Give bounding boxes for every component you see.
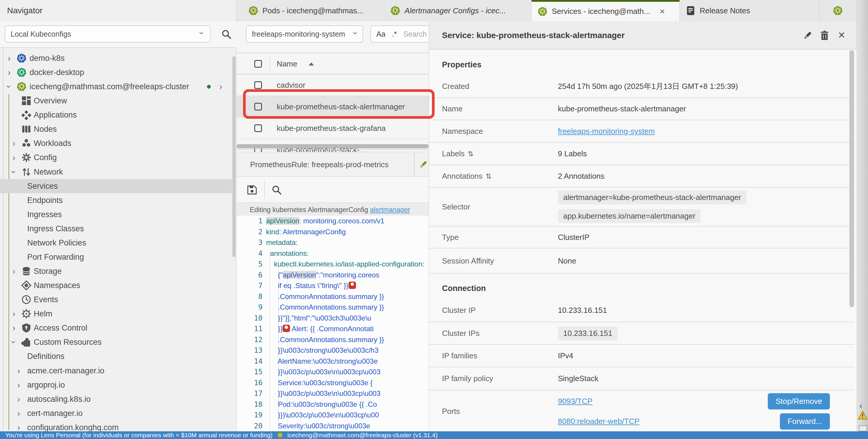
code-text: .CommonAnnotations.summary }}: [266, 334, 384, 345]
tab-alertmanager-configs-icec[interactable]: Alertmanager Configs - icec...: [384, 0, 532, 21]
sidebar-item-network-policies[interactable]: Network Policies: [0, 236, 232, 250]
sort-toggle-icon[interactable]: ⇅: [486, 172, 491, 180]
alertmanager-link[interactable]: alertmanager: [370, 206, 410, 213]
tab-pods-icecheng-mathmas[interactable]: Pods - icecheng@mathmas...: [242, 0, 384, 21]
sidebar-item-configuration-konghq-com[interactable]: ›configuration.konghq.com: [0, 420, 232, 431]
kubernetes-icon: [277, 432, 283, 438]
code-line: 9 .CommonAnnotations.summary }}: [237, 302, 429, 313]
code-token: }}"}],"html":"\u003ch3\u003e\u: [266, 314, 371, 322]
editor-toolbar: [237, 177, 429, 203]
line-number: 8: [237, 291, 262, 302]
trash-icon[interactable]: [819, 30, 830, 41]
sidebar-item-services[interactable]: Services: [0, 179, 232, 193]
tab-label: Alertmanager Configs - icec...: [404, 6, 505, 15]
property-row-namespace: Namespacefreeleaps-monitoring-system: [429, 120, 855, 143]
row-checkbox[interactable]: [254, 124, 262, 132]
yaml-editor[interactable]: 1apiVersion: monitoring.coreos.com/v12ki…: [237, 216, 429, 431]
forward--button[interactable]: Forward...: [780, 413, 830, 430]
code-text: kind: AlertmanagerConfig: [266, 227, 346, 238]
port-link[interactable]: 9093/TCP: [558, 397, 592, 406]
sidebar-item-acme-cert-manager-io[interactable]: ›acme.cert-manager.io: [0, 364, 232, 378]
editing-label: Editing kubernetes AlertmanagerConfig: [250, 206, 370, 213]
navigator-sidebar: Navigator Local Kubeconfigs › ›demo-k8s›…: [0, 0, 237, 431]
regex-toggle[interactable]: .*: [392, 30, 397, 38]
sidebar-item-custom-resources[interactable]: ›Custom Resources: [0, 335, 232, 349]
details-scrollbar[interactable]: [849, 50, 854, 307]
edit-pencil-icon[interactable]: [418, 160, 428, 170]
table-row[interactable]: kube-prometheus-stack-grafana: [237, 117, 429, 139]
code-token: }}\u003c/p\u003e\n\u003cp\u003: [266, 368, 380, 376]
status-bar: You're using Lens Personal (for individu…: [0, 431, 868, 439]
port-link[interactable]: 8080:reloader-web/TCP: [558, 417, 640, 426]
sidebar-item-workloads[interactable]: ›Workloads: [0, 136, 232, 150]
sort-toggle-icon[interactable]: ⇅: [468, 150, 474, 158]
sidebar-item-applications[interactable]: Applications: [0, 108, 232, 122]
tab-release-notes[interactable]: Release Notes: [680, 0, 819, 21]
sidebar-item-helm[interactable]: ›Helm: [0, 307, 232, 321]
select-all-checkbox[interactable]: [254, 60, 262, 68]
stop-remove-button[interactable]: Stop/Remove: [768, 393, 830, 409]
sidebar-item-access-control[interactable]: ›Access Control: [0, 321, 232, 335]
code-line: 18 Pod:\u003c/strong\u003e {{ .Co: [237, 399, 429, 410]
horizontal-scrollbar[interactable]: [237, 144, 429, 148]
sidebar-item-namespaces[interactable]: Namespaces: [0, 278, 232, 293]
sidebar-item-ingress-classes[interactable]: Ingress Classes: [0, 222, 232, 236]
kubernetes-icon: [17, 81, 27, 92]
sidebar-item-ingresses[interactable]: Ingresses: [0, 207, 232, 222]
gear-icon: [21, 153, 31, 163]
code-token: .CommonAnnotations.summary }}: [266, 303, 384, 311]
kubeconfig-selector[interactable]: Local Kubeconfigs ›: [5, 25, 211, 42]
sidebar-item-storage[interactable]: ›Storage: [0, 264, 232, 278]
code-token: if eq .Status \"firing\" }}: [266, 281, 348, 290]
sidebar-item-overview[interactable]: Overview: [0, 94, 232, 108]
sidebar-item-label: Network Policies: [0, 236, 86, 250]
edit-pencil-icon[interactable]: [802, 30, 813, 41]
port-line: 8080:reloader-web/TCPForward...: [558, 411, 830, 431]
close-tab-icon[interactable]: ×: [659, 6, 665, 16]
clipped-ui-fragment: [859, 426, 867, 431]
match-case-toggle[interactable]: Aa: [376, 30, 385, 38]
sidebar-item-network[interactable]: ›Network: [0, 165, 232, 179]
sidebar-item-icecheng-mathmast-com-freeleaps-cluster[interactable]: ›icecheng@mathmast.com@freeleaps-cluster…: [0, 79, 232, 94]
sidebar-item-docker-desktop[interactable]: ›docker-desktop: [0, 65, 232, 79]
sidebar-item-autoscaling-k8s-io[interactable]: ›autoscaling.k8s.io: [0, 392, 232, 406]
code-token: {": [266, 271, 283, 279]
code-line: 15 }}\u003c/p\u003e\n\u003cp\u003: [237, 367, 429, 377]
chevron-left-icon: ‹: [860, 401, 862, 411]
sidebar-item-config[interactable]: ›Config: [0, 150, 232, 165]
name-column-header[interactable]: Name: [277, 53, 297, 74]
line-number: 5: [237, 259, 262, 270]
sidebar-item-events[interactable]: Events: [0, 293, 232, 307]
property-label: Type: [442, 233, 558, 242]
namespace-selector[interactable]: freeleaps-monitoring-system ›: [246, 25, 363, 42]
property-row-annotations: Annotations⇅2 Annotations: [429, 165, 855, 188]
sidebar-item-nodes[interactable]: Nodes: [0, 122, 232, 136]
sort-ascending-icon[interactable]: [309, 62, 314, 66]
namespace-link[interactable]: freeleaps-monitoring-system: [558, 127, 655, 136]
sidebar-item-demo-k8s[interactable]: ›demo-k8s: [0, 51, 232, 65]
search-icon[interactable]: [271, 184, 282, 195]
section-title-properties: Properties: [429, 50, 855, 75]
details-header: Service: kube-prometheus-stack-alertmana…: [429, 21, 868, 49]
sidebar-item-port-forwarding[interactable]: Port Forwarding: [0, 250, 232, 264]
code-text: AlertName:\u003c/strong\u003e: [266, 356, 378, 367]
code-token: .CommonAnnotations.summary }}: [266, 293, 384, 300]
search-box[interactable]: Aa .* Search: [370, 25, 429, 42]
save-icon[interactable]: [247, 184, 257, 195]
code-text: metadata:: [266, 237, 298, 248]
sidebar-item-label: argoproj.io: [0, 378, 65, 392]
sidebar-item-cert-manager-io[interactable]: ›cert-manager.io: [0, 406, 232, 420]
chevron-right-icon: ›: [8, 51, 11, 65]
sidebar-item-definitions[interactable]: Definitions: [0, 349, 232, 363]
search-icon[interactable]: [221, 29, 232, 40]
sidebar-item-endpoints[interactable]: Endpoints: [0, 193, 232, 207]
tab-services-icecheng-math[interactable]: Services - icecheng@math...×: [532, 0, 679, 21]
row-checkbox[interactable]: [254, 81, 262, 89]
property-value: 9093/TCPStop/Remove8080:reloader-web/TCP…: [558, 391, 855, 431]
kubeconfig-selector-value: Local Kubeconfigs: [11, 30, 71, 38]
sidebar-scrollbar[interactable]: [232, 56, 236, 257]
sidebar-item-argoproj-io[interactable]: ›argoproj.io: [0, 378, 232, 392]
code-token: Service:\u003c/strong\u003e {: [266, 379, 373, 387]
grid-icon: [21, 96, 31, 106]
close-icon[interactable]: ×: [838, 28, 849, 38]
